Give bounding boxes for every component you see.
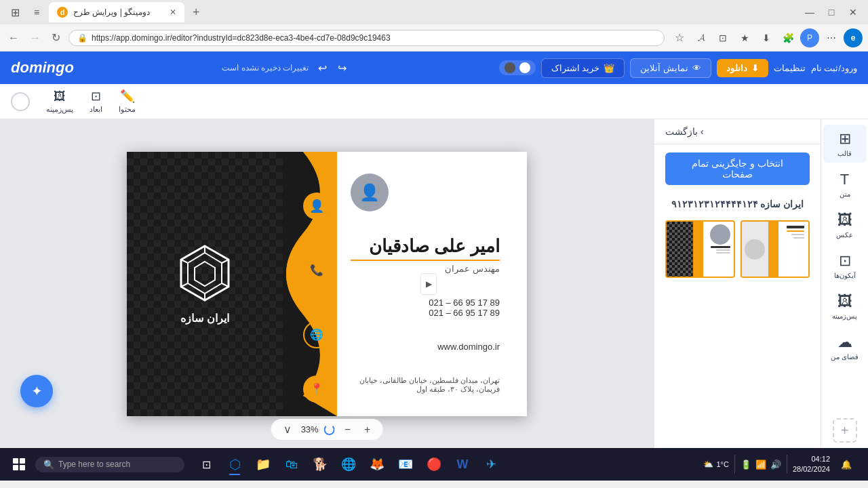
zoom-out-button[interactable]: − (340, 422, 355, 437)
taskbar-search[interactable]: 🔍 Type here to search (35, 457, 184, 472)
taskbar-telegram[interactable]: ✈ (477, 451, 505, 478)
card-website: www.domingo.ir (351, 342, 500, 352)
preview-button[interactable]: 👁 نمایش آنلاین (630, 58, 711, 78)
business-card[interactable]: ایران سازه 👤 📞 (127, 152, 527, 416)
url-text: https://app.domingo.ir/editor?industryId… (92, 33, 391, 43)
background-color-picker[interactable] (11, 92, 30, 111)
time-display: 04:12 (793, 454, 830, 464)
profile-icon[interactable]: P (800, 28, 819, 47)
taskbar-file-explorer[interactable]: 📁 (250, 451, 277, 478)
download-button[interactable]: ⬇ دانلود (717, 59, 768, 77)
login-button[interactable]: ورود/ثبت نام (811, 63, 857, 73)
address-bar[interactable]: 🔒 https://app.domingo.ir/editor?industry… (68, 30, 665, 46)
taskbar-word[interactable]: W (449, 451, 476, 478)
template-thumb-1[interactable] (665, 220, 735, 278)
eye-icon: 👁 (692, 63, 701, 73)
chevron-right-icon: › (701, 126, 704, 137)
panel-toggle-arrow[interactable]: ▶ (420, 273, 437, 295)
taskbar-store[interactable]: 🛍 (278, 451, 305, 478)
split-screen-icon[interactable]: ⊡ (713, 28, 732, 47)
maximize-button[interactable]: □ (822, 3, 841, 22)
add-element-button[interactable]: + (833, 418, 857, 443)
taskbar-pinned-apps: ⊡ ⬡ 📁 🛍 🐕 🌐 🦊 📧 🔴 W ✈ (193, 451, 505, 478)
header-center: تغییرات ذخیره نشده است ↩ ↪ (85, 60, 488, 76)
content-label: محتوا (119, 105, 136, 114)
redo-button[interactable]: ↪ (334, 60, 351, 76)
more-options-icon[interactable]: ⋯ (822, 28, 841, 47)
card-phone1: 021 – 66 95 17 89 (351, 298, 500, 308)
zoom-down-button[interactable]: ∨ (279, 422, 296, 437)
template-icon: ⊞ (839, 130, 851, 148)
right-panel-content: › بازگشت انتخاب و جایگزینی تمام صفحات ای… (654, 119, 821, 448)
background-icon: 🖼 (54, 89, 66, 104)
browser-extensions-icon[interactable]: 🧩 (778, 28, 797, 47)
canvas-container: ایران سازه 👤 📞 (127, 152, 527, 416)
zoom-in-button[interactable]: + (360, 422, 374, 437)
taskbar-app-8[interactable]: 🔴 (420, 451, 448, 478)
battery-icon[interactable]: 🔋 (741, 460, 751, 470)
download-label: دانلود (726, 63, 747, 73)
iran-saze-title: ایران سازه ۹۱۲۳۱۲۳۱۲۴۴۴۴۱۲۴ (654, 193, 821, 215)
fab-button[interactable]: ✦ (20, 375, 53, 407)
card-icon-person: 👤 (303, 192, 330, 220)
taskbar-app-7[interactable]: 📧 (392, 451, 419, 478)
favorites-icon[interactable]: ★ (735, 28, 754, 47)
theme-toggle[interactable] (499, 60, 536, 75)
clock[interactable]: 04:12 28/02/2024 (793, 454, 830, 475)
network-icon[interactable]: 📶 (755, 460, 766, 470)
tab-bar: ⊞ ≡ d دومینگو | ویرایش طرح ✕ + — □ ✕ (0, 0, 868, 24)
background-sidebar-icon: 🖼 (837, 293, 852, 310)
buy-share-button[interactable]: 👑 خرید اشتراک (541, 58, 625, 78)
notification-center[interactable]: 🔔 (835, 453, 857, 475)
template-label: قالب (837, 150, 852, 157)
card-title: مهندس عمران (351, 264, 500, 274)
image-icon: 🖼 (837, 211, 852, 229)
toolbar-content[interactable]: ✏️ محتوا (119, 89, 136, 114)
collections-icon[interactable]: ☆ (670, 28, 689, 47)
active-tab[interactable]: d دومینگو | ویرایش طرح ✕ (49, 2, 184, 22)
refresh-button[interactable]: ↻ (49, 28, 63, 47)
browser-sidebar-toggle[interactable]: ≡ (27, 3, 46, 22)
taskbar-edge-icon[interactable]: ⬡ (221, 451, 248, 478)
taskbar-firefox[interactable]: 🦊 (363, 451, 391, 478)
save-message: تغییرات ذخیره نشده است (222, 63, 309, 73)
undo-button[interactable]: ↩ (314, 60, 331, 76)
toolbar-background[interactable]: 🖼 پس‌زمینه (46, 89, 73, 114)
firefox-icon: 🦊 (370, 457, 384, 472)
tab-close-icon[interactable]: ✕ (170, 7, 176, 17)
taskbar-chrome[interactable]: 🌐 (335, 451, 362, 478)
template-thumb-2[interactable] (741, 220, 810, 278)
image-label: عکس (836, 231, 853, 239)
close-window-button[interactable]: ✕ (844, 3, 863, 22)
start-button[interactable] (5, 451, 33, 478)
user-photo-icon: 🐕 (313, 457, 328, 472)
toolbar-dimensions[interactable]: ⊡ ابعاد (90, 89, 102, 114)
back-button[interactable]: › بازگشت (665, 126, 704, 137)
new-tab-button[interactable]: + (187, 5, 205, 20)
read-aloud-icon[interactable]: 𝓐 (692, 28, 711, 47)
background-label: پس‌زمینه (46, 105, 73, 114)
browser-favicon-home[interactable]: ⊞ (5, 3, 24, 22)
taskbar-task-view[interactable]: ⊡ (193, 451, 220, 478)
sidebar-item-icons[interactable]: ⊡ آیکون‌ها (823, 247, 867, 285)
sidebar-item-text[interactable]: T متن (823, 165, 867, 203)
settings-button[interactable]: تنظیمات (774, 63, 806, 73)
sidebar-item-background[interactable]: 🖼 پس‌زمینه (823, 287, 867, 325)
sidebar-item-myspace[interactable]: ☁ فضای من (823, 328, 867, 366)
card-name-underline (351, 260, 500, 261)
header-logo: domingo (11, 59, 74, 77)
sidebar-item-template[interactable]: ⊞ قالب (823, 125, 867, 163)
minimize-button[interactable]: — (800, 3, 819, 22)
forward-nav-button[interactable]: → (27, 29, 43, 47)
edge-sidebar-icon[interactable]: e (844, 28, 863, 47)
volume-icon[interactable]: 🔊 (770, 460, 781, 470)
icons-label: آیکون‌ها (834, 272, 856, 279)
card-icon-location: 📍 (303, 375, 330, 403)
download-nav-icon[interactable]: ⬇ (757, 28, 776, 47)
back-nav-button[interactable]: ← (5, 29, 22, 47)
sidebar-item-image[interactable]: 🖼 عکس (823, 206, 867, 244)
taskbar-user-photo[interactable]: 🐕 (307, 451, 334, 478)
canvas-area: ایران سازه 👤 📞 (0, 119, 654, 448)
date-display: 28/02/2024 (793, 464, 830, 474)
select-all-button[interactable]: انتخاب و جایگزینی تمام صفحات (665, 152, 810, 185)
